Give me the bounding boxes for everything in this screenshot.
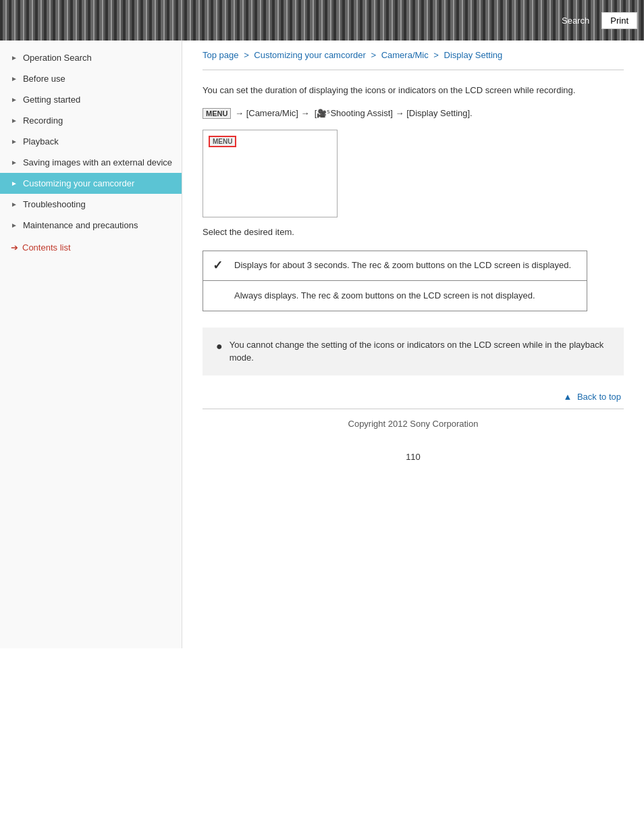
arrow-icon: ►: [11, 180, 18, 187]
arrow-right-icon: ➔: [11, 242, 18, 253]
arrow-icon: ►: [11, 75, 18, 82]
copyright-text: Copyright 2012 Sony Corporation: [348, 419, 479, 429]
arrow-icon: ►: [11, 201, 18, 208]
main-content: Top page > Customizing your camcorder > …: [182, 41, 644, 648]
instruction-line: MENU → [Camera/Mic] → [🎥⁵Shooting Assist…: [203, 108, 624, 119]
option-row-1: ✓ Displays for about 3 seconds. The rec …: [203, 251, 587, 281]
option-text-1: Displays for about 3 seconds. The rec & …: [234, 259, 571, 272]
sidebar-item-label: Troubleshooting: [23, 199, 173, 209]
contents-list-link[interactable]: ➔ Contents list: [0, 236, 182, 259]
arrow-icon: ►: [11, 138, 18, 145]
sidebar-item-before-use[interactable]: ► Before use: [0, 68, 182, 89]
header: Search Print: [0, 0, 644, 41]
check-mark: ✓: [213, 258, 226, 273]
sidebar-item-recording[interactable]: ► Recording: [0, 110, 182, 131]
breadcrumb-sep1: >: [244, 50, 251, 60]
sidebar-item-customizing[interactable]: ► Customizing your camcorder: [0, 173, 182, 194]
shooting-icon: 🎥⁵: [317, 109, 330, 118]
breadcrumb: Top page > Customizing your camcorder > …: [203, 41, 624, 70]
sidebar-item-operation-search[interactable]: ► Operation Search: [0, 47, 182, 68]
sidebar-item-label: Before use: [23, 74, 173, 84]
arrow-icon: ►: [11, 159, 18, 166]
sidebar-item-maintenance[interactable]: ► Maintenance and precautions: [0, 215, 182, 236]
breadcrumb-sep3: >: [433, 50, 441, 60]
camera-preview: MENU: [203, 130, 338, 217]
breadcrumb-top[interactable]: Top page: [203, 50, 239, 60]
arrow-icon: ►: [11, 54, 18, 61]
sidebar-item-label: Playback: [23, 136, 173, 147]
menu-indicator: MENU: [209, 136, 236, 147]
arrow-icon: ►: [11, 221, 18, 229]
option-table: ✓ Displays for about 3 seconds. The rec …: [203, 251, 587, 311]
select-item-text: Select the desired item.: [203, 227, 624, 237]
contents-list-label: Contents list: [22, 242, 71, 253]
print-button[interactable]: Print: [601, 12, 637, 29]
arrow2: →: [301, 108, 310, 118]
option-text-2: Always displays. The rec & zoom buttons …: [234, 289, 535, 303]
arrow-icon: ►: [11, 96, 18, 103]
page-description: You can set the duration of displaying t…: [203, 84, 624, 97]
note-item: ● You cannot change the setting of the i…: [216, 338, 610, 365]
sidebar: ► Operation Search ► Before use ► Gettin…: [0, 41, 182, 648]
menu-box: MENU: [203, 108, 231, 119]
bullet-icon: ●: [216, 338, 223, 355]
breadcrumb-display-setting: Display Setting: [444, 50, 503, 60]
triangle-icon: ▲: [563, 392, 572, 402]
footer: Copyright 2012 Sony Corporation: [203, 409, 624, 438]
sidebar-item-label: Getting started: [23, 95, 173, 105]
sidebar-item-label: Operation Search: [23, 53, 173, 63]
back-to-top-link[interactable]: ▲ Back to top: [203, 392, 624, 402]
note-text: You cannot change the setting of the ico…: [230, 338, 610, 365]
sidebar-item-saving-images[interactable]: ► Saving images with an external device: [0, 152, 182, 173]
sidebar-item-playback[interactable]: ► Playback: [0, 131, 182, 152]
sidebar-item-label: Saving images with an external device: [23, 157, 173, 167]
sidebar-item-label: Recording: [23, 115, 173, 126]
sidebar-item-getting-started[interactable]: ► Getting started: [0, 89, 182, 110]
display-setting-text: [Display Setting].: [406, 108, 473, 118]
back-to-top-label: Back to top: [577, 392, 621, 402]
breadcrumb-customizing[interactable]: Customizing your camcorder: [254, 50, 365, 60]
sidebar-item-troubleshooting[interactable]: ► Troubleshooting: [0, 194, 182, 215]
breadcrumb-camera-mic[interactable]: Camera/Mic: [381, 50, 429, 60]
breadcrumb-sep2: >: [371, 50, 378, 60]
note-box: ● You cannot change the setting of the i…: [203, 328, 624, 375]
option-row-2: Always displays. The rec & zoom buttons …: [203, 281, 587, 311]
sidebar-item-label: Maintenance and precautions: [23, 220, 173, 230]
camera-mic-text: [Camera/Mic]: [246, 108, 298, 118]
arrow-icon: ►: [11, 117, 18, 124]
search-button[interactable]: Search: [554, 13, 597, 28]
arrow1: →: [235, 108, 244, 118]
shooting-assist-text: Shooting Assist]: [330, 108, 393, 118]
page-number: 110: [203, 438, 624, 475]
page-layout: ► Operation Search ► Before use ► Gettin…: [0, 41, 644, 648]
sidebar-item-label: Customizing your camcorder: [23, 178, 173, 188]
arrow3: →: [396, 108, 404, 118]
